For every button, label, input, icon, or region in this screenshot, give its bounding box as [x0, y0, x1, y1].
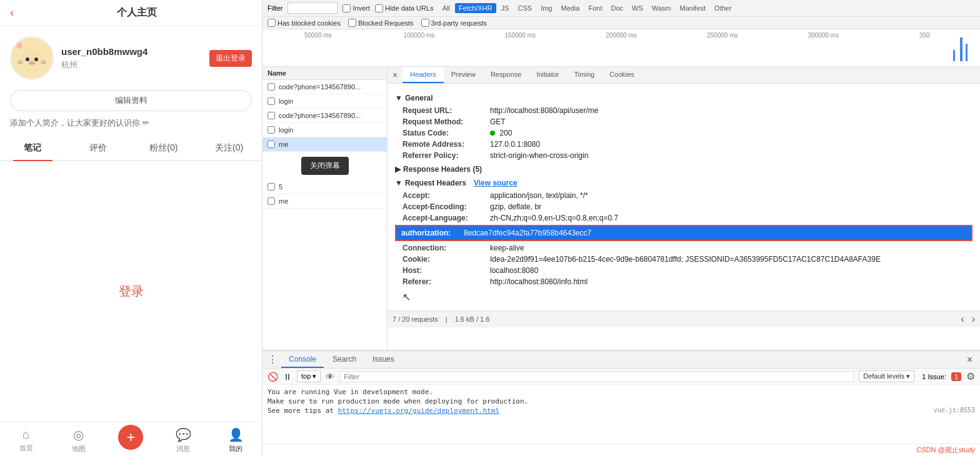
list-item[interactable]: 5	[262, 180, 387, 194]
request-list: Name code?phone=134567890... login code?…	[262, 67, 388, 350]
detail-row-referrer-policy: Referrer Policy: strict-origin-when-cros…	[395, 151, 972, 160]
filter-ws-btn[interactable]: WS	[628, 3, 647, 13]
invert-checkbox[interactable]	[342, 4, 351, 12]
blocked-cookies-checkbox-label[interactable]: Has blocked cookies	[268, 19, 341, 27]
settings-icon[interactable]: ⚙	[966, 370, 975, 382]
console-toolbar: 🚫 ⏸ top ▾ 👁 Default levels ▾ 1 Issue: 1 …	[262, 369, 980, 385]
third-party-checkbox[interactable]	[421, 19, 429, 27]
filter-input[interactable]	[288, 2, 338, 14]
filter-all-btn[interactable]: All	[439, 3, 454, 13]
third-party-label: 3rd-party requests	[431, 19, 487, 27]
blocked-cookies-label: Has blocked cookies	[278, 19, 341, 27]
tab-search[interactable]: Search	[325, 352, 364, 368]
tab-initiator[interactable]: Initiator	[529, 67, 566, 83]
list-item[interactable]: me	[262, 194, 387, 209]
default-levels-button[interactable]: Default levels ▾	[859, 370, 914, 382]
view-source-link[interactable]: View source	[474, 179, 518, 187]
console-tab-dots[interactable]: ⋮	[265, 351, 280, 368]
request-checkbox-3[interactable]	[268, 112, 275, 119]
hide-data-urls-checkbox-label[interactable]: Hide data URLs	[375, 4, 434, 12]
response-headers-section-header[interactable]: ▶ Response Headers (5)	[395, 165, 972, 174]
add-button[interactable]: +	[118, 425, 143, 450]
scroll-left-btn[interactable]: ‹	[961, 314, 964, 325]
filter-img-btn[interactable]: Img	[537, 3, 556, 13]
filter-media-btn[interactable]: Media	[557, 3, 583, 13]
request-headers-arrow: ▼	[395, 179, 402, 187]
request-headers-section-header[interactable]: ▼ Request Headers View source	[395, 179, 972, 187]
filter-manifest-btn[interactable]: Manifest	[676, 3, 710, 13]
details-close-button[interactable]: ×	[388, 67, 402, 82]
request-checkbox-2[interactable]	[268, 97, 275, 105]
tab-timing[interactable]: Timing	[567, 67, 602, 83]
logout-button[interactable]: 退出登录	[209, 50, 252, 67]
tab-console[interactable]: Console	[281, 352, 324, 368]
nav-messages[interactable]: 💬 消息	[157, 427, 209, 454]
list-item[interactable]: login	[262, 123, 387, 137]
url-key: Request URL:	[402, 106, 490, 115]
invert-checkbox-label[interactable]: Invert	[342, 4, 370, 12]
request-checkbox-5[interactable]	[268, 141, 275, 148]
status-code: 200	[499, 129, 512, 137]
filter-css-btn[interactable]: CSS	[514, 3, 536, 13]
auth-row-container: authorization: 8edcae7dfec94a2fa77b958b4…	[395, 225, 972, 241]
general-section-header[interactable]: ▼ General	[395, 94, 972, 102]
request-checkbox-6[interactable]	[268, 183, 275, 191]
request-checkbox-4[interactable]	[268, 126, 275, 134]
name-column-header: Name	[268, 69, 286, 77]
tab-headers[interactable]: Headers	[402, 67, 444, 83]
blocked-requests-checkbox[interactable]	[348, 19, 356, 27]
user-profile-section: user_n0bb8mwwg4 杭州 退出登录	[0, 26, 262, 90]
nav-profile[interactable]: 👤 我的	[209, 427, 262, 454]
eye-icon[interactable]: 👁	[326, 372, 334, 382]
profile-icon: 👤	[228, 427, 244, 442]
close-modal-button[interactable]: 关闭弹幕	[301, 157, 349, 175]
pause-icon[interactable]: ⏸	[283, 372, 292, 382]
filter-type-buttons: All Fetch/XHR JS CSS Img Media Font Doc …	[439, 3, 736, 13]
top-selector[interactable]: top ▾	[297, 370, 321, 382]
vue-deployment-link[interactable]: https://vuejs.org/guide/deployment.html	[338, 407, 499, 415]
tab-following[interactable]: 关注(0)	[196, 136, 262, 160]
tab-response[interactable]: Response	[483, 67, 529, 83]
console-filter-input[interactable]	[339, 371, 854, 382]
detail-row-accept-encoding: Accept-Encoding: gzip, deflate, br	[395, 202, 972, 211]
tab-preview[interactable]: Preview	[444, 67, 483, 83]
tab-issues[interactable]: Issues	[365, 352, 402, 368]
list-item[interactable]: code?phone=134567890...	[262, 109, 387, 123]
filter-wasm-btn[interactable]: Wasm	[648, 3, 675, 13]
accept-language-value: zh-CN,zh;q=0.9,en-US;q=0.8,en;q=0.7	[490, 214, 972, 222]
filter-font-btn[interactable]: Font	[584, 3, 606, 13]
console-close-button[interactable]: ×	[962, 352, 978, 368]
login-annotation[interactable]: 登录	[119, 283, 144, 300]
method-key: Request Method:	[402, 117, 490, 126]
nav-add[interactable]: +	[105, 427, 158, 454]
edit-profile-button[interactable]: 编辑资料	[10, 90, 252, 111]
list-item[interactable]: login	[262, 94, 387, 109]
status-dot	[490, 131, 495, 136]
detail-row-remote: Remote Address: 127.0.0.1:8080	[395, 140, 972, 149]
timeline-label-1: 50000 ms	[268, 32, 369, 39]
filter-js-btn[interactable]: JS	[498, 3, 513, 13]
accept-encoding-value: gzip, deflate, br	[490, 202, 972, 211]
tab-cookies[interactable]: Cookies	[602, 67, 642, 83]
tab-reviews[interactable]: 评价	[66, 136, 131, 160]
clear-console-icon[interactable]: 🚫	[268, 372, 278, 382]
user-info: user_n0bb8mwwg4 杭州	[61, 46, 202, 71]
blocked-cookies-checkbox[interactable]	[268, 19, 276, 27]
scroll-right-btn[interactable]: ›	[972, 314, 975, 325]
back-button[interactable]: ‹	[10, 6, 14, 19]
tab-notes[interactable]: 笔记	[0, 136, 66, 160]
cursor-area: ↖	[395, 289, 972, 305]
blocked-requests-checkbox-label[interactable]: Blocked Requests	[348, 19, 414, 27]
hide-data-urls-checkbox[interactable]	[375, 4, 383, 12]
third-party-checkbox-label[interactable]: 3rd-party requests	[421, 19, 487, 27]
request-checkbox-7[interactable]	[268, 197, 275, 205]
filter-fetch-xhr-btn[interactable]: Fetch/XHR	[455, 3, 496, 13]
nav-map[interactable]: ◎ 地图	[52, 427, 105, 454]
list-item[interactable]: code?phone=134567890...	[262, 80, 387, 94]
tab-followers[interactable]: 粉丝(0)	[131, 136, 197, 160]
filter-doc-btn[interactable]: Doc	[607, 3, 627, 13]
list-item-active[interactable]: me	[262, 137, 387, 152]
nav-home[interactable]: ⌂ 首页	[0, 427, 52, 454]
request-checkbox-1[interactable]	[268, 83, 275, 91]
filter-other-btn[interactable]: Other	[711, 3, 736, 13]
